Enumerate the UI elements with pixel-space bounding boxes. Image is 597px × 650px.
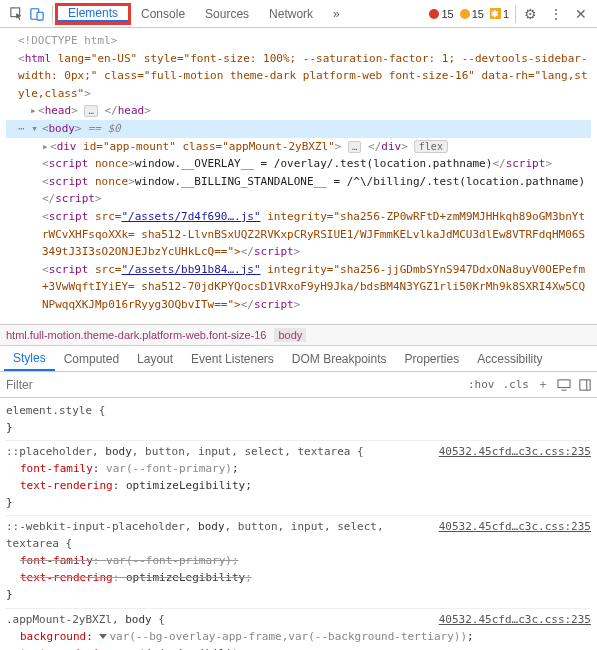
issues-count: 1 bbox=[503, 8, 509, 20]
close-icon[interactable]: ✕ bbox=[569, 6, 593, 22]
dom-script-billing[interactable]: <script nonce>window.__BILLING_STANDALON… bbox=[6, 173, 591, 208]
rule-placeholder-body[interactable]: ::placeholder, body, button, input, sele… bbox=[6, 441, 591, 516]
styles-filter-input[interactable] bbox=[6, 372, 468, 397]
dom-body-selected[interactable]: ⋯ ▾<body>== $0 bbox=[6, 120, 591, 138]
subtab-properties[interactable]: Properties bbox=[396, 346, 469, 371]
dom-script-asset-1[interactable]: <script src="/assets/7d4f690….js" integr… bbox=[6, 208, 591, 261]
device-toggle-icon[interactable] bbox=[30, 7, 44, 21]
rule-source-link[interactable]: 40532.45cfd…c3c.css:235 bbox=[439, 611, 591, 628]
rule-appmount-body[interactable]: .appMount-2yBXZl, body { 40532.45cfd…c3c… bbox=[6, 609, 591, 650]
ellipsis-badge[interactable]: … bbox=[84, 105, 97, 117]
dom-tree[interactable]: <!DOCTYPE html> <html lang="en-US" style… bbox=[0, 28, 597, 324]
tab-console[interactable]: Console bbox=[131, 0, 195, 27]
rule-source-link[interactable]: 40532.45cfd…c3c.css:235 bbox=[439, 518, 591, 535]
subtab-computed[interactable]: Computed bbox=[55, 346, 128, 371]
status-badges: 15 15 ✱1 bbox=[429, 8, 513, 20]
dom-script-overlay[interactable]: <script nonce>window.__OVERLAY__ = /over… bbox=[6, 155, 591, 173]
ellipsis-badge[interactable]: … bbox=[348, 141, 361, 153]
decl-text-rendering-struck[interactable]: text-rendering: optimizeLegibility; bbox=[6, 645, 591, 650]
subtab-styles[interactable]: Styles bbox=[4, 346, 55, 371]
styles-filter-bar: :hov .cls ＋ bbox=[0, 372, 597, 398]
divider bbox=[515, 5, 516, 23]
hov-toggle[interactable]: :hov bbox=[468, 378, 495, 391]
tab-network[interactable]: Network bbox=[259, 0, 323, 27]
rule-close: } bbox=[6, 494, 591, 511]
divider bbox=[52, 5, 53, 23]
decl-text-rendering[interactable]: text-rendering: optimizeLegibility; bbox=[6, 477, 591, 494]
rule-selector: element.style { bbox=[6, 402, 591, 419]
subtab-accessibility[interactable]: Accessibility bbox=[468, 346, 551, 371]
subtab-dom-breakpoints[interactable]: DOM Breakpoints bbox=[283, 346, 396, 371]
dom-doctype[interactable]: <!DOCTYPE html> bbox=[6, 32, 591, 50]
new-style-rule-icon[interactable]: ＋ bbox=[537, 376, 549, 393]
rule-selector: .appMount-2yBXZl, body { bbox=[6, 611, 431, 628]
rule-webkit-placeholder[interactable]: ::-webkit-input-placeholder, body, butto… bbox=[6, 516, 591, 608]
rule-selector: ::placeholder, body, button, input, sele… bbox=[6, 443, 431, 460]
crumb-body[interactable]: body bbox=[274, 328, 306, 342]
devtools-toolbar: Elements Console Sources Network » 15 15… bbox=[0, 0, 597, 28]
dom-head[interactable]: ▸<head> … </head> bbox=[6, 102, 591, 120]
flex-badge[interactable]: flex bbox=[414, 140, 448, 153]
subtab-event-listeners[interactable]: Event Listeners bbox=[182, 346, 283, 371]
crumb-html[interactable]: html.full-motion.theme-dark.platform-web… bbox=[6, 329, 266, 341]
rule-source-link[interactable]: 40532.45cfd…c3c.css:235 bbox=[439, 443, 591, 460]
color-swatch-icon[interactable] bbox=[99, 634, 107, 639]
decl-text-rendering-struck[interactable]: text-rendering: optimizeLegibility; bbox=[6, 569, 591, 586]
svg-rect-2 bbox=[37, 12, 43, 20]
dom-script-asset-2[interactable]: <script src="/assets/bb91b84….js" integr… bbox=[6, 261, 591, 314]
rule-close: } bbox=[6, 419, 591, 436]
inspect-icon[interactable] bbox=[10, 7, 24, 21]
panel-layout-icon[interactable] bbox=[579, 379, 591, 391]
errors-badge[interactable]: 15 bbox=[429, 8, 453, 20]
rule-close: } bbox=[6, 586, 591, 603]
warnings-badge[interactable]: 15 bbox=[460, 8, 484, 20]
subtab-layout[interactable]: Layout bbox=[128, 346, 182, 371]
device-icon[interactable] bbox=[557, 379, 571, 391]
decl-background[interactable]: background: var(--bg-overlay-app-frame,v… bbox=[6, 628, 591, 645]
tab-sources[interactable]: Sources bbox=[195, 0, 259, 27]
rule-element-style[interactable]: element.style { } bbox=[6, 400, 591, 441]
annotation-highlight: Elements bbox=[55, 3, 131, 25]
styles-tabs: Styles Computed Layout Event Listeners D… bbox=[0, 346, 597, 372]
issues-badge[interactable]: ✱1 bbox=[490, 8, 509, 20]
errors-count: 15 bbox=[441, 8, 453, 20]
decl-font-family[interactable]: font-family: var(--font-primary); bbox=[6, 460, 591, 477]
breadcrumb[interactable]: html.full-motion.theme-dark.platform-web… bbox=[0, 324, 597, 346]
svg-rect-5 bbox=[580, 379, 590, 389]
selected-indicator: == $0 bbox=[88, 120, 121, 138]
tab-more[interactable]: » bbox=[323, 0, 350, 27]
kebab-icon[interactable]: ⋮ bbox=[543, 6, 569, 22]
svg-rect-3 bbox=[558, 379, 570, 387]
cls-toggle[interactable]: .cls bbox=[503, 378, 530, 391]
warnings-count: 15 bbox=[472, 8, 484, 20]
tab-elements[interactable]: Elements bbox=[58, 6, 128, 22]
settings-icon[interactable]: ⚙ bbox=[518, 6, 543, 22]
main-tabs: Elements Console Sources Network » bbox=[55, 0, 350, 27]
toolbar-left-icons bbox=[4, 7, 50, 21]
dom-html-open[interactable]: <html lang="en-US" style="font-size: 100… bbox=[6, 50, 591, 103]
styles-panel[interactable]: element.style { } ::placeholder, body, b… bbox=[0, 398, 597, 650]
rule-selector: ::-webkit-input-placeholder, body, butto… bbox=[6, 518, 431, 552]
dom-div-appmount[interactable]: ▸<div id="app-mount" class="appMount-2yB… bbox=[6, 138, 591, 156]
decl-font-family-struck[interactable]: font-family: var(--font-primary); bbox=[6, 552, 591, 569]
